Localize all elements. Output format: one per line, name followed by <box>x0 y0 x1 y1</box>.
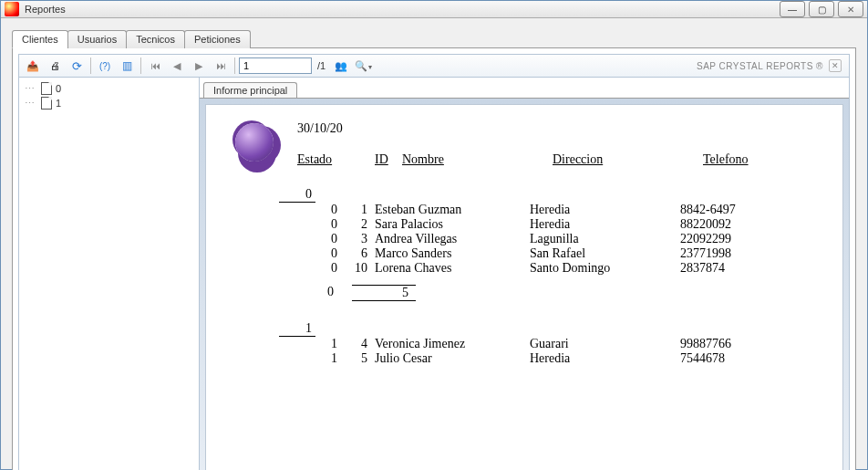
cell-id: 5 <box>343 351 375 366</box>
header-estado: Estado <box>297 152 375 167</box>
cell-direccion: San Rafael <box>530 246 680 261</box>
brand-label: SAP CRYSTAL REPORTS ® ✕ <box>697 59 842 72</box>
cell-estado: 0 <box>315 261 343 276</box>
cell-estado: 0 <box>315 217 343 232</box>
export-button[interactable] <box>23 57 43 75</box>
tree-icon <box>122 59 132 72</box>
tree-item-1[interactable]: ⋯ 1 <box>23 96 195 110</box>
cell-direccion: Lagunilla <box>530 232 680 246</box>
cell-telefono: 7544678 <box>680 351 790 366</box>
find-button[interactable] <box>331 57 351 75</box>
toolbar-separator <box>234 57 235 74</box>
tab-tecnicos[interactable]: Tecnicos <box>126 30 185 48</box>
cell-nombre: Marco Sanders <box>375 246 530 261</box>
report-viewport[interactable]: 30/10/20 Estado ID Nombre Direccion Tele… <box>205 104 843 470</box>
page-number-input[interactable] <box>239 57 312 74</box>
logo-icon <box>235 123 274 162</box>
cell-direccion: Heredia <box>530 351 680 366</box>
help-icon <box>99 60 110 71</box>
toggle-tree-button[interactable] <box>117 57 137 75</box>
cell-id: 10 <box>343 261 375 276</box>
params-button[interactable] <box>95 57 115 75</box>
cell-nombre: Sara Palacios <box>375 217 530 232</box>
subtotal-label: 0 <box>297 285 352 301</box>
subtab-bar: Informe principal <box>200 78 849 98</box>
client-area: Clientes Usuarios Tecnicos Peticiones <box>1 18 867 470</box>
tree-connector-icon: ⋯ <box>25 98 37 110</box>
tab-peticiones[interactable]: Peticiones <box>184 30 251 48</box>
header-telefono: Telefono <box>703 152 812 167</box>
cell-telefono: 8842-6497 <box>680 203 790 217</box>
header-direccion: Direccion <box>553 152 703 167</box>
cell-telefono: 99887766 <box>680 337 790 351</box>
chevron-down-icon <box>367 60 372 71</box>
group-header: 1 <box>279 321 315 337</box>
cell-estado: 0 <box>315 246 343 261</box>
tree-connector-icon: ⋯ <box>25 83 37 95</box>
cell-direccion: Heredia <box>530 217 680 232</box>
table-row: 010Lorena ChavesSanto Domingo2837874 <box>315 261 843 276</box>
next-icon <box>195 60 202 72</box>
last-icon <box>216 60 226 71</box>
tab-usuarios[interactable]: Usuarios <box>67 30 127 48</box>
panel-close-button[interactable]: ✕ <box>829 59 842 72</box>
prev-page-button[interactable] <box>167 57 187 75</box>
report-column-headers: Estado ID Nombre Direccion Telefono <box>297 152 843 167</box>
maximize-button[interactable]: ▢ <box>809 1 834 17</box>
refresh-icon <box>72 59 82 73</box>
window-controls: — ▢ ✕ <box>780 1 863 17</box>
cell-nombre: Lorena Chaves <box>375 261 530 276</box>
group-tree[interactable]: ⋯ 0 ⋯ 1 <box>19 78 200 470</box>
first-page-button[interactable] <box>145 57 165 75</box>
last-page-button[interactable] <box>211 57 231 75</box>
cell-id: 4 <box>343 337 375 351</box>
tab-clientes[interactable]: Clientes <box>12 30 68 48</box>
header-id: ID <box>375 152 402 167</box>
cell-telefono: 23771998 <box>680 246 790 261</box>
binoculars-icon <box>335 60 347 72</box>
crystal-body: ⋯ 0 ⋯ 1 Informe principal <box>18 78 850 470</box>
tree-label: 1 <box>56 98 61 109</box>
crystal-toolbar: /1 SAP CRYSTAL REPORTS ® ✕ <box>18 54 850 78</box>
export-icon <box>26 60 39 72</box>
toolbar-separator <box>90 57 91 74</box>
header-nombre: Nombre <box>402 152 553 167</box>
print-button[interactable] <box>45 57 65 75</box>
cell-estado: 0 <box>315 203 343 217</box>
table-row: 01Esteban GuzmanHeredia8842-6497 <box>315 203 843 217</box>
zoom-button[interactable] <box>353 57 373 75</box>
cell-nombre: Julio Cesar <box>375 351 530 366</box>
next-page-button[interactable] <box>189 57 209 75</box>
zoom-icon <box>355 60 367 72</box>
table-row: 02Sara PalaciosHeredia88220092 <box>315 217 843 232</box>
table-row: 14Veronica JimenezGuarari99887766 <box>315 337 843 351</box>
tree-label: 0 <box>56 83 61 94</box>
cell-id: 6 <box>343 246 375 261</box>
cell-telefono: 88220092 <box>680 217 790 232</box>
cell-id: 2 <box>343 217 375 232</box>
first-icon <box>150 60 160 71</box>
report-date: 30/10/20 <box>297 121 843 136</box>
toolbar-separator <box>140 57 141 74</box>
refresh-button[interactable] <box>67 57 87 75</box>
tree-item-0[interactable]: ⋯ 0 <box>23 81 195 96</box>
close-button[interactable]: ✕ <box>838 1 863 17</box>
group-subtotal: 05 <box>297 285 843 301</box>
table-row: 15Julio CesarHeredia7544678 <box>315 351 843 366</box>
report-viewport-wrap: 30/10/20 Estado ID Nombre Direccion Tele… <box>200 98 849 470</box>
subtab-informe-principal[interactable]: Informe principal <box>203 82 297 98</box>
minimize-button[interactable]: — <box>780 1 805 17</box>
window-title: Reportes <box>25 4 780 15</box>
cell-nombre: Veronica Jimenez <box>375 337 530 351</box>
tab-panel: /1 SAP CRYSTAL REPORTS ® ✕ ⋯ 0 <box>12 47 856 470</box>
table-row: 06Marco SandersSan Rafael23771998 <box>315 246 843 261</box>
titlebar: Reportes — ▢ ✕ <box>1 1 867 18</box>
print-icon <box>50 60 60 71</box>
tab-strip: Clientes Usuarios Tecnicos Peticiones <box>12 30 856 48</box>
prev-icon <box>173 60 181 72</box>
report-area: Informe principal 30/10/20 Estado ID Nom… <box>200 78 849 470</box>
page-icon <box>41 97 52 110</box>
cell-estado: 0 <box>315 232 343 246</box>
page-total-label: /1 <box>317 60 326 71</box>
cell-estado: 1 <box>315 351 343 366</box>
